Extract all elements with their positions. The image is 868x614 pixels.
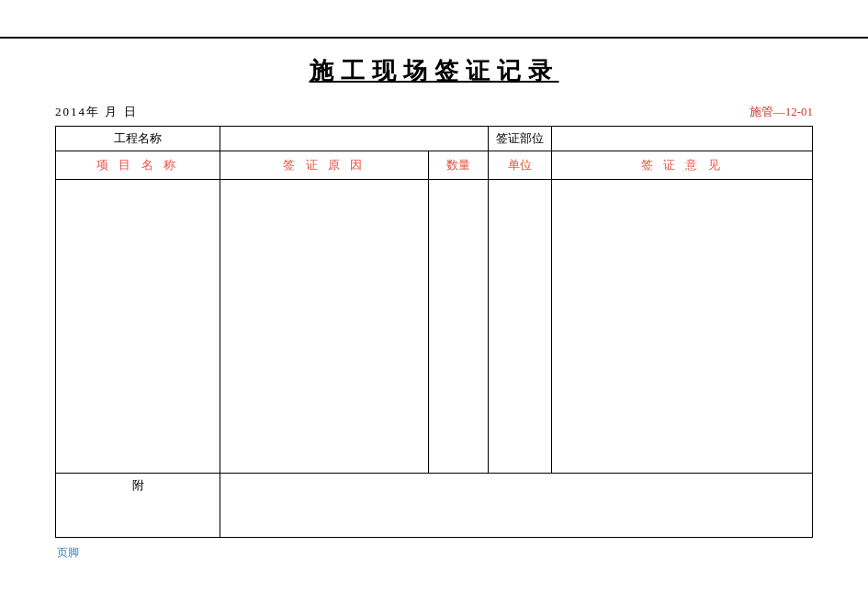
document-title: 施工现场签证记录 [55, 55, 813, 87]
info-row: 工程名称 签证部位 [56, 127, 813, 151]
col-header-quantity: 数量 [429, 151, 489, 180]
appendix-row: 附 [56, 474, 813, 538]
col-header-unit: 单位 [489, 151, 552, 180]
project-name-value[interactable] [220, 127, 489, 151]
data-row [56, 180, 813, 474]
meta-doc-code: 施管—12-01 [750, 104, 813, 120]
footer-link[interactable]: 页脚 [57, 546, 79, 559]
appendix-label: 附 [56, 474, 220, 538]
col-header-project-name: 项 目 名 称 [56, 151, 220, 180]
data-cell-reason[interactable] [220, 180, 429, 474]
data-cell-quantity[interactable] [429, 180, 489, 474]
page-container: 施工现场签证记录 2014年 月 日 施管—12-01 工程名称 签证部位 项 … [0, 0, 868, 614]
data-cell-unit[interactable] [489, 180, 552, 474]
content-area: 施工现场签证记录 2014年 月 日 施管—12-01 工程名称 签证部位 项 … [0, 0, 868, 597]
appendix-content[interactable] [220, 474, 813, 538]
data-cell-opinion[interactable] [552, 180, 813, 474]
data-cell-project-name[interactable] [56, 180, 220, 474]
main-table: 工程名称 签证部位 项 目 名 称 签 证 原 因 数量 单位 签 证 意 见 [55, 126, 813, 538]
meta-row: 2014年 月 日 施管—12-01 [55, 104, 813, 120]
project-name-label: 工程名称 [56, 127, 220, 151]
cert-location-label: 签证部位 [489, 127, 552, 151]
column-headers-row: 项 目 名 称 签 证 原 因 数量 单位 签 证 意 见 [56, 151, 813, 180]
cert-location-value[interactable] [552, 127, 813, 151]
top-border [0, 37, 868, 39]
col-header-reason: 签 证 原 因 [220, 151, 429, 180]
meta-date: 2014年 月 日 [55, 104, 138, 120]
footer-area: 页脚 [55, 545, 813, 561]
col-header-opinion: 签 证 意 见 [552, 151, 813, 180]
